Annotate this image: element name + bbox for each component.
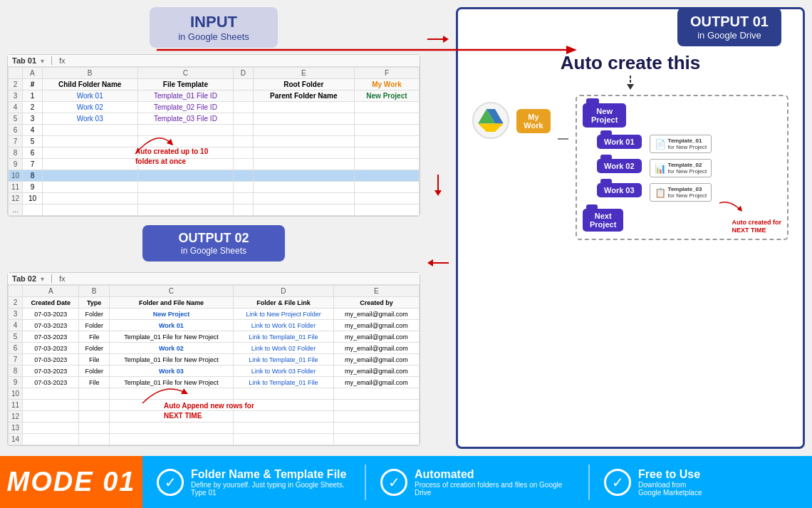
fx-icon2: fx [59,274,66,283]
right-panel-title: Auto create this [561,52,701,73]
bottom-item3-sub: Download from Google Marketplace [638,481,702,497]
tab02-label[interactable]: Tab 02 [12,274,36,283]
drive-icon [472,102,509,139]
bottom-item1-sub: Define by yourself. Just typing in Googl… [191,481,350,497]
output02-label-box: OUTPUT 02 in Google Sheets [142,225,285,261]
output02-title: OUTPUT 02 [155,231,272,246]
work01-folder: Work 01 [597,135,642,149]
sheet1: Tab 01 ▾ fx A B [7,54,420,217]
sheet2-annot: Auto Append new rows forNEXT TIME [164,401,254,421]
template03-file: 📋 Template_03for New Project [650,183,712,202]
mode-label: MODE 01 [7,467,136,497]
fx-icon: fx [59,56,66,65]
output01-title: OUTPUT 01 [690,14,769,30]
bottom-item1-title: Folder Name & Template File [191,468,350,481]
check-icon-2: ✓ [380,469,407,496]
bottom-item2-sub: Process of creation folders and files on… [415,481,574,497]
auto-next-note: Auto created forNEXT TIME [732,219,781,235]
work03-folder: Work 03 [597,183,642,197]
new-project-folder: NewProject [583,103,626,128]
bottom-item3-title: Free to Use [638,468,702,481]
sheet1-annot: Auto created up to 10folders at once [135,147,208,167]
my-work-folder: MyWork [516,109,551,133]
svg-marker-1 [443,36,449,43]
input-label-box: INPUT in Google Sheets [150,7,278,48]
output02-sub: in Google Sheets [155,246,272,256]
next-project-folder: NextProject [583,209,623,232]
svg-marker-5 [427,259,433,266]
mode-box: MODE 01 [0,456,142,508]
tab01-label[interactable]: Tab 01 [12,56,36,65]
template01-file: 📄 Template_01for New Project [650,135,712,153]
input-title: INPUT [162,13,265,31]
output01-sub: in Google Drive [690,30,769,41]
check-icon-1: ✓ [157,469,184,496]
template02-file: 📊 Template_02for New Project [650,159,712,177]
bottom-item2-title: Automated [415,468,574,481]
check-icon-3: ✓ [604,469,631,496]
sheet2: Tab 02 ▾ fx A B C D [7,272,420,446]
bottom-item-2: ✓ Automated Process of creation folders … [380,468,574,497]
right-panel: OUTPUT 01 in Google Drive Auto create th… [456,7,805,449]
bottom-item-3: ✓ Free to Use Download from Google Marke… [604,468,798,497]
bottom-item-1: ✓ Folder Name & Template File Define by … [157,468,350,497]
svg-marker-7 [627,84,634,90]
bottom-bar: MODE 01 ✓ Folder Name & Template File De… [0,456,812,508]
input-sub: in Google Sheets [162,31,265,42]
svg-marker-3 [434,190,442,196]
work02-folder: Work 02 [597,159,642,173]
